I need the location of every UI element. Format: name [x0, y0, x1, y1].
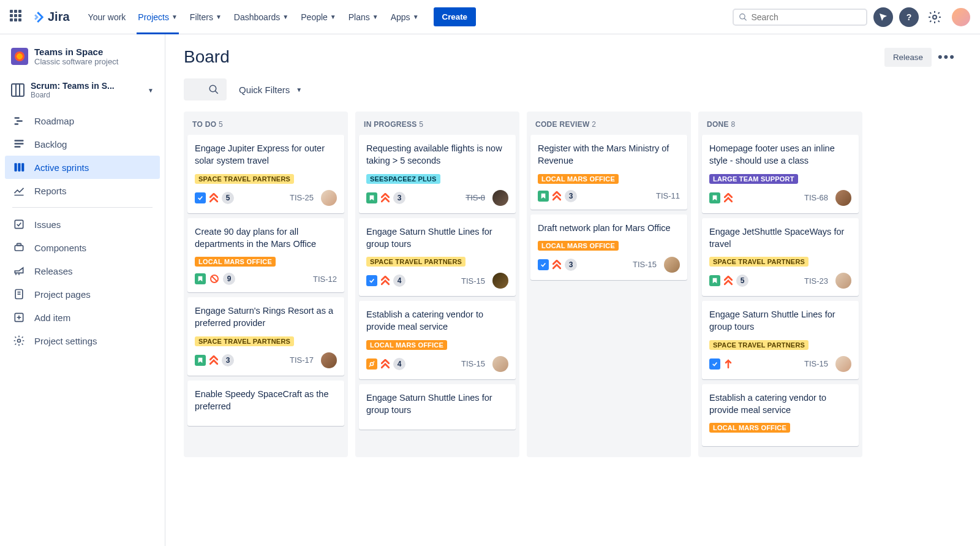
epic-badge[interactable]: SPACE TRAVEL PARTNERS	[195, 174, 294, 184]
issue-key[interactable]: TIS-8	[466, 193, 485, 202]
jira-logo[interactable]: Jira	[32, 10, 70, 24]
issue-card[interactable]: Engage Saturn Shuttle Lines for group to…	[359, 218, 516, 297]
issue-card[interactable]: Engage Saturn's Rings Resort as a prefer…	[187, 297, 344, 376]
issue-card[interactable]: Enable Speedy SpaceCraft as the preferre…	[187, 381, 344, 427]
settings-icon[interactable]	[925, 7, 944, 27]
issue-card[interactable]: Create 90 day plans for all departments …	[187, 218, 344, 293]
nav-plans[interactable]: Plans▼	[342, 9, 385, 26]
issue-card[interactable]: Engage JetShuttle SpaceWays for travelSP…	[702, 218, 859, 297]
issue-key[interactable]: TIS-11	[656, 191, 680, 200]
more-actions-button[interactable]: •••	[932, 47, 962, 67]
settings-icon	[12, 335, 26, 347]
assignee-avatar[interactable]	[835, 190, 851, 206]
epic-badge[interactable]: LOCAL MARS OFFICE	[195, 257, 276, 267]
issue-card[interactable]: Establish a catering vendor to provide m…	[702, 384, 859, 447]
issue-key[interactable]: TIS-15	[633, 260, 657, 269]
issue-card[interactable]: Engage Saturn Shuttle Lines for group to…	[702, 301, 859, 379]
issue-card[interactable]: Draft network plan for Mars OfficeLOCAL …	[530, 214, 687, 280]
project-header[interactable]: Teams in Space Classic software project	[5, 47, 160, 75]
card-title: Requesting available flights is now taki…	[366, 142, 508, 167]
assignee-avatar[interactable]	[664, 257, 680, 273]
epic-badge[interactable]: LOCAL MARS OFFICE	[538, 241, 619, 251]
epic-badge[interactable]: LARGE TEAM SUPPORT	[709, 174, 798, 184]
project-icon	[11, 48, 28, 65]
search-input[interactable]	[751, 12, 861, 22]
issue-card[interactable]: Engage Saturn Shuttle Lines for group to…	[359, 384, 516, 430]
top-nav: Jira Your workProjects▼Filters▼Dashboard…	[0, 0, 980, 34]
issue-key[interactable]: TIS-15	[804, 359, 828, 368]
issue-type-task-icon	[366, 275, 377, 286]
issue-key[interactable]: TIS-15	[461, 276, 485, 286]
sidebar-item-backlog[interactable]: Backlog	[5, 132, 160, 156]
board-icon	[12, 161, 26, 173]
search-icon	[739, 12, 747, 22]
board-search[interactable]	[184, 78, 227, 100]
sidebar-item-issues[interactable]: Issues	[5, 213, 160, 236]
nav-people[interactable]: People▼	[295, 9, 342, 26]
assignee-avatar[interactable]	[492, 356, 508, 372]
add-icon	[12, 311, 26, 324]
nav-dashboards[interactable]: Dashboards▼	[228, 9, 295, 26]
nav-projects[interactable]: Projects▼	[132, 9, 183, 26]
epic-badge[interactable]: SPACE TRAVEL PARTNERS	[366, 257, 466, 267]
release-button[interactable]: Release	[884, 48, 932, 67]
story-points-badge: 5	[222, 192, 234, 204]
issue-card[interactable]: Homepage footer uses an inline style - s…	[702, 135, 859, 213]
issue-type-story-icon	[195, 273, 206, 284]
sidebar-item-active-sprints[interactable]: Active sprints	[5, 156, 160, 179]
search-box[interactable]	[733, 9, 867, 26]
sidebar-item-label: Active sprints	[34, 162, 89, 173]
sidebar-item-releases[interactable]: Releases	[5, 259, 160, 282]
story-points-badge: 9	[223, 273, 235, 285]
profile-avatar[interactable]	[952, 8, 970, 26]
create-button[interactable]: Create	[434, 7, 477, 26]
issue-key[interactable]: TIS-15	[461, 359, 485, 368]
issue-key[interactable]: TIS-25	[290, 193, 314, 202]
assignee-avatar[interactable]	[492, 190, 508, 206]
notifications-icon[interactable]	[873, 7, 893, 27]
sidebar-item-project-settings[interactable]: Project settings	[5, 329, 160, 352]
card-title: Engage Saturn Shuttle Lines for group to…	[366, 226, 508, 251]
epic-badge[interactable]: LOCAL MARS OFFICE	[538, 174, 619, 184]
issue-card[interactable]: Register with the Mars Ministry of Reven…	[530, 135, 687, 210]
issue-key[interactable]: TIS-68	[804, 193, 828, 202]
sidebar-item-roadmap[interactable]: Roadmap	[5, 109, 160, 132]
board-selector[interactable]: Scrum: Teams in S... Board ▼	[5, 75, 160, 105]
issue-card[interactable]: Establish a catering vendor to provide m…	[359, 301, 516, 379]
quick-filters-dropdown[interactable]: Quick Filters ▼	[239, 85, 302, 95]
assignee-avatar[interactable]	[835, 356, 851, 372]
sidebar-item-reports[interactable]: Reports	[5, 179, 160, 202]
epic-badge[interactable]: SEESPACEEZ PLUS	[366, 174, 440, 184]
svg-rect-12	[15, 220, 23, 228]
assignee-avatar[interactable]	[835, 273, 851, 289]
chevron-down-icon: ▼	[372, 13, 379, 20]
card-title: Engage Saturn's Rings Resort as a prefer…	[195, 305, 337, 330]
nav-filters[interactable]: Filters▼	[184, 9, 228, 26]
epic-badge[interactable]: SPACE TRAVEL PARTNERS	[709, 257, 809, 267]
card-title: Homepage footer uses an inline style - s…	[709, 142, 851, 167]
issue-type-story-icon	[195, 355, 206, 366]
issue-key[interactable]: TIS-17	[290, 355, 314, 365]
sidebar-item-components[interactable]: Components	[5, 236, 160, 259]
assignee-avatar[interactable]	[321, 352, 337, 368]
assignee-avatar[interactable]	[492, 273, 508, 289]
priority-highest-icon	[724, 193, 733, 203]
svg-rect-7	[15, 143, 24, 145]
epic-badge[interactable]: LOCAL MARS OFFICE	[709, 423, 790, 433]
epic-badge[interactable]: SPACE TRAVEL PARTNERS	[709, 340, 809, 350]
issue-key[interactable]: TIS-12	[313, 275, 337, 284]
issue-key[interactable]: TIS-23	[804, 276, 828, 286]
app-switcher-icon[interactable]	[10, 10, 24, 25]
sidebar-item-project-pages[interactable]: Project pages	[5, 282, 160, 306]
epic-badge[interactable]: LOCAL MARS OFFICE	[366, 340, 447, 350]
chevron-down-icon: ▼	[172, 13, 178, 20]
epic-badge[interactable]: SPACE TRAVEL PARTNERS	[195, 336, 294, 346]
nav-your-work[interactable]: Your work	[82, 9, 132, 26]
help-icon[interactable]: ?	[899, 7, 919, 27]
issue-card[interactable]: Engage Jupiter Express for outer solar s…	[187, 135, 344, 213]
nav-apps[interactable]: Apps▼	[385, 9, 425, 26]
backlog-icon	[12, 138, 26, 150]
issue-card[interactable]: Requesting available flights is now taki…	[359, 135, 516, 213]
assignee-avatar[interactable]	[321, 190, 337, 206]
sidebar-item-add-item[interactable]: Add item	[5, 306, 160, 329]
